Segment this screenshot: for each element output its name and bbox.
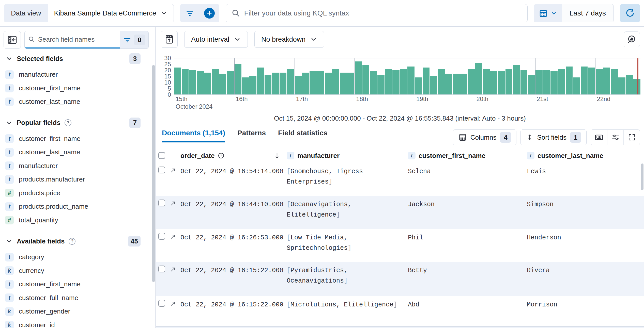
row-checkbox[interactable] <box>158 266 165 272</box>
section-header-available-fields[interactable]: Available fields 45 <box>0 235 152 248</box>
sort-icon <box>526 134 533 141</box>
histogram-bar <box>257 68 264 94</box>
kql-search-bar[interactable] <box>226 4 528 22</box>
histogram-bar <box>558 69 565 94</box>
cell-order-date: Oct 22, 2024 @ 16:15:22.000 <box>180 300 284 310</box>
expand-row-button[interactable] <box>170 300 177 307</box>
hide-chart-button[interactable] <box>161 31 178 48</box>
table-row: Oct 22, 2024 @ 16:15:22.000 [Pyramidustr… <box>156 262 644 296</box>
breakdown-dropdown[interactable]: No breakdown <box>254 31 324 48</box>
field-item-products-product-name[interactable]: t products.product_name <box>0 200 152 214</box>
section-header-selected-fields[interactable]: Selected fields 3 <box>0 52 152 65</box>
field-type-icon: t <box>527 152 534 159</box>
histogram-bar <box>618 77 625 94</box>
table-scrollbar[interactable] <box>641 163 643 190</box>
field-item-currency[interactable]: k currency <box>0 264 152 278</box>
row-checkbox[interactable] <box>158 233 165 240</box>
cell-customer-first-name: Abd <box>408 300 524 310</box>
histogram-bar <box>219 74 226 94</box>
section-header-popular-fields[interactable]: Popular fields 7 <box>0 116 152 129</box>
header-customer-first-name[interactable]: tcustomer_first_name <box>408 148 485 163</box>
fullscreen-button[interactable] <box>623 130 640 145</box>
histogram-bar <box>415 77 422 94</box>
field-item-customer-gender[interactable]: k customer_gender <box>0 305 152 318</box>
cell-customer-last-name: Lewis <box>527 166 639 177</box>
histogram-bar <box>407 67 415 94</box>
header-order-date[interactable]: order_date <box>180 148 225 163</box>
time-picker-calendar-button[interactable] <box>534 4 562 22</box>
top-bar: Data view Kibana Sample Data eCommerce L… <box>0 0 644 27</box>
field-type-icon: t <box>408 152 416 159</box>
field-list: t category k currency t customer_first_n… <box>0 250 152 328</box>
histogram-bar <box>453 74 460 94</box>
histogram-bar <box>633 79 640 94</box>
select-all-checkbox[interactable] <box>158 152 165 159</box>
y-axis-tick: 0 <box>156 91 171 98</box>
field-item-products-price[interactable]: # products.price <box>0 186 152 200</box>
row-checkbox[interactable] <box>158 167 165 173</box>
edit-visualization-button[interactable] <box>624 31 640 47</box>
histogram-bar <box>302 73 309 94</box>
histogram-bar <box>227 71 234 94</box>
cell-order-date: Oct 22, 2024 @ 16:15:22.000 <box>180 265 284 276</box>
display-options-button[interactable] <box>607 130 623 145</box>
day-gridline <box>595 58 595 94</box>
field-name: customer_first_name <box>19 135 81 143</box>
field-item-manufacturer[interactable]: t manufacturer <box>0 159 152 173</box>
expand-row-button[interactable] <box>170 266 177 273</box>
refresh-button[interactable] <box>620 4 640 22</box>
keyboard-shortcuts-button[interactable] <box>591 130 607 145</box>
field-item-customer-first-name[interactable]: t customer_first_name <box>0 132 152 146</box>
expand-row-button[interactable] <box>170 233 177 240</box>
add-filter-button[interactable] <box>200 4 219 22</box>
field-item-customer-full-name[interactable]: t customer_full_name <box>0 291 152 305</box>
field-search-box[interactable] <box>25 31 120 48</box>
histogram-plot[interactable] <box>174 58 640 95</box>
histogram-bar <box>445 74 452 94</box>
sidebar-scrollbar[interactable] <box>152 65 155 282</box>
interval-dropdown[interactable]: Auto interval <box>184 31 248 48</box>
field-type-icon: t <box>5 70 14 79</box>
field-item-manufacturer[interactable]: t manufacturer <box>0 68 152 81</box>
row-checkbox[interactable] <box>158 200 165 206</box>
field-item-total-quantity[interactable]: # total_quantity <box>0 214 152 227</box>
field-name: manufacturer <box>19 71 58 78</box>
field-type-icon: t <box>5 148 14 157</box>
histogram-bar <box>505 69 513 94</box>
sort-fields-count-badge: 1 <box>570 132 581 143</box>
sort-order-date-button[interactable] <box>273 148 281 163</box>
time-range-button[interactable]: Last 7 days <box>562 4 614 22</box>
table-header: order_date tmanufacturer tcustomer_first… <box>156 148 644 163</box>
field-item-customer-first-name[interactable]: t customer_first_name <box>0 277 152 291</box>
expand-row-button[interactable] <box>170 167 177 174</box>
expand-row-button[interactable] <box>170 200 177 207</box>
header-customer-last-name[interactable]: tcustomer_last_name <box>527 148 603 163</box>
collapse-sidebar-button[interactable] <box>4 31 21 49</box>
field-item-customer-last-name[interactable]: t customer_last_name <box>0 95 152 109</box>
kql-search-input[interactable] <box>244 9 522 17</box>
field-type-icon: # <box>5 216 14 224</box>
field-type-icon: t <box>5 202 14 211</box>
lens-chart-icon <box>627 35 637 44</box>
tab-patterns[interactable]: Patterns <box>237 129 266 142</box>
field-type-icon: k <box>5 266 14 275</box>
field-filter-button[interactable]: 0 <box>120 31 148 48</box>
field-item-customer-first-name[interactable]: t customer_first_name <box>0 81 152 95</box>
time-picker: Last 7 days <box>534 4 614 22</box>
field-item-category[interactable]: t category <box>0 250 152 264</box>
header-manufacturer[interactable]: tmanufacturer <box>287 148 340 163</box>
tab-documents-1-154[interactable]: Documents (1,154) <box>162 129 225 142</box>
field-search-input[interactable] <box>38 36 116 43</box>
chevron-down-icon <box>550 10 557 17</box>
field-item-customer-last-name[interactable]: t customer_last_name <box>0 145 152 159</box>
columns-button[interactable]: Columns 4 <box>453 129 517 145</box>
field-item-customer-id[interactable]: k customer_id <box>0 318 152 328</box>
row-checkbox[interactable] <box>158 300 165 307</box>
tab-field-statistics[interactable]: Field statistics <box>278 129 328 142</box>
expand-row-icon <box>170 167 177 174</box>
sort-fields-button[interactable]: Sort fields 1 <box>520 129 587 145</box>
data-view-value-button[interactable]: Kibana Sample Data eCommerce <box>48 4 174 22</box>
filters-button[interactable] <box>180 4 200 22</box>
day-gridline <box>295 58 295 94</box>
field-item-products-manufacturer[interactable]: t products.manufacturer <box>0 173 152 186</box>
